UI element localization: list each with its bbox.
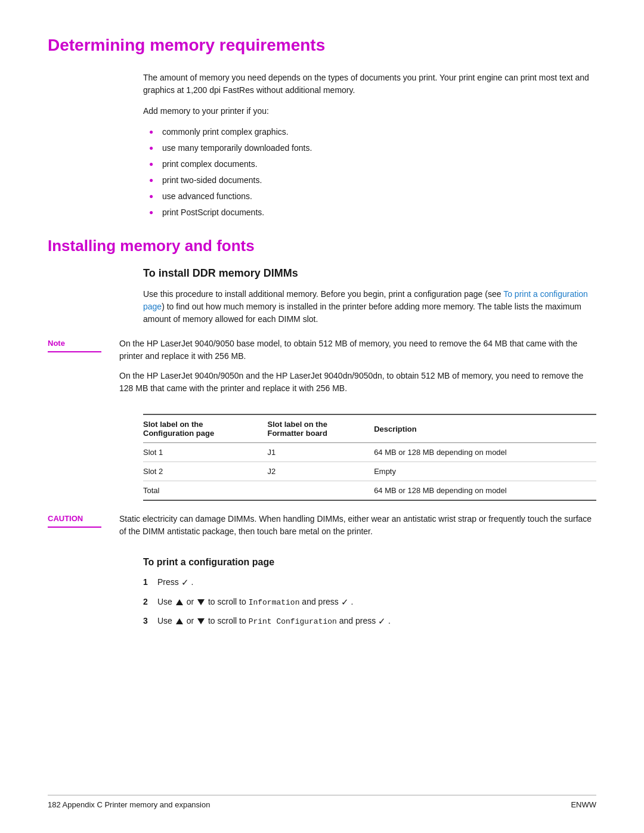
subsection1-intro: Use this procedure to install additional… (143, 288, 596, 326)
section1-title: Determining memory requirements (48, 36, 596, 55)
table-row: Total 64 MB or 128 MB depending on model (143, 481, 596, 501)
steps-list: 1 Press ✓ . 2 Use or to scroll to Inform… (143, 576, 596, 628)
subsection2-title: To print a configuration page (143, 557, 596, 568)
page: Determining memory requirements The amou… (0, 0, 644, 833)
step-number-3: 3 (143, 615, 157, 628)
checkmark-icon: ✓ (181, 577, 189, 587)
table-row: Slot 2 J2 Empty (143, 462, 596, 481)
page-footer: 182 Appendix C Printer memory and expans… (48, 795, 596, 809)
step-1: 1 Press ✓ . (143, 576, 596, 590)
note-content: On the HP LaserJet 9040/9050 base model,… (119, 337, 596, 402)
step-content-2: Use or to scroll to Information and pres… (157, 596, 596, 609)
section2-title: Installing memory and fonts (48, 237, 596, 255)
note-text-2: On the HP LaserJet 9040n/9050n and the H… (119, 370, 596, 395)
section1-intro2: Add memory to your printer if you: (143, 105, 596, 117)
intro-text-after: ) to find out how much memory is install… (143, 302, 581, 324)
down-arrow-icon (197, 618, 205, 624)
table-cell: 64 MB or 128 MB depending on model (374, 481, 596, 501)
intro-text-before: Use this procedure to install additional… (143, 289, 503, 299)
step-number-2: 2 (143, 596, 157, 609)
up-arrow-icon (176, 618, 183, 624)
table-cell: J2 (267, 462, 374, 481)
up-arrow-icon (176, 599, 183, 605)
subsection2-content: To print a configuration page 1 Press ✓ … (143, 557, 596, 628)
list-item: print two-sided documents. (149, 174, 596, 187)
table-header-2: Slot label on theFormatter board (267, 414, 374, 443)
section1-content: The amount of memory you need depends on… (143, 72, 596, 219)
list-item: commonly print complex graphics. (149, 126, 596, 138)
code-information: Information (249, 598, 300, 607)
caution-text: Static electricity can damage DIMMs. Whe… (119, 513, 596, 538)
section1-intro1: The amount of memory you need depends on… (143, 72, 596, 97)
code-print-config: Print Configuration (249, 617, 337, 626)
checkmark-icon: ✓ (341, 597, 349, 607)
note-section: Note On the HP LaserJet 9040/9050 base m… (48, 337, 596, 402)
memory-table: Slot label on theConfiguration page Slot… (143, 414, 596, 501)
table-cell: Empty (374, 462, 596, 481)
memory-table-container: Slot label on theConfiguration page Slot… (143, 414, 596, 501)
list-item: print PostScript documents. (149, 206, 596, 219)
caution-section: CAUTION Static electricity can damage DI… (48, 513, 596, 545)
down-arrow-icon (197, 599, 205, 605)
table-cell (267, 481, 374, 501)
subsection1-title: To install DDR memory DIMMs (143, 267, 596, 280)
list-item: use advanced functions. (149, 190, 596, 203)
caution-label: CAUTION (48, 513, 119, 545)
step-number-1: 1 (143, 576, 157, 590)
section2-content: To install DDR memory DIMMs Use this pro… (143, 267, 596, 326)
table-cell: Slot 2 (143, 462, 267, 481)
table-cell: Slot 1 (143, 443, 267, 462)
step-3: 3 Use or to scroll to Print Configuratio… (143, 615, 596, 628)
table-row: Slot 1 J1 64 MB or 128 MB depending on m… (143, 443, 596, 462)
table-cell: Total (143, 481, 267, 501)
table-header-3: Description (374, 414, 596, 443)
table-cell: J1 (267, 443, 374, 462)
table-cell: 64 MB or 128 MB depending on model (374, 443, 596, 462)
footer-page-info: 182 Appendix C Printer memory and expans… (48, 800, 210, 809)
step-content-1: Press ✓ . (157, 576, 596, 590)
list-item: print complex documents. (149, 158, 596, 171)
section1-bullet-list: commonly print complex graphics. use man… (149, 126, 596, 219)
step-2: 2 Use or to scroll to Information and pr… (143, 596, 596, 609)
note-label: Note (48, 337, 119, 402)
list-item: use many temporarily downloaded fonts. (149, 142, 596, 154)
step-content-3: Use or to scroll to Print Configuration … (157, 615, 596, 628)
caution-content: Static electricity can damage DIMMs. Whe… (119, 513, 596, 545)
note-text-1: On the HP LaserJet 9040/9050 base model,… (119, 337, 596, 363)
footer-right-label: ENWW (571, 800, 596, 809)
checkmark-icon: ✓ (378, 616, 386, 626)
table-header-1: Slot label on theConfiguration page (143, 414, 267, 443)
